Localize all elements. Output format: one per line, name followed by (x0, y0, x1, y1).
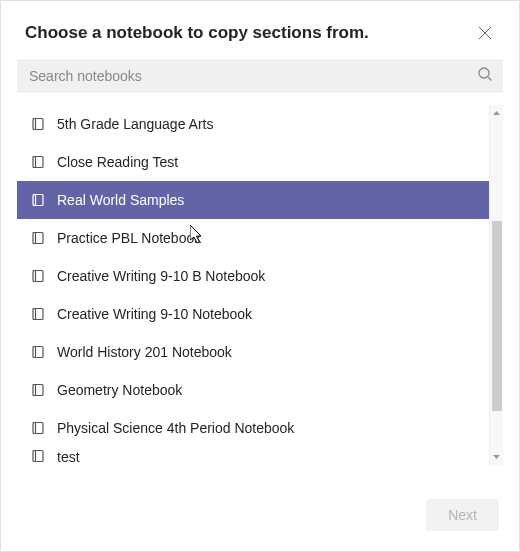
notebook-item[interactable]: Geometry Notebook (17, 371, 502, 409)
svg-rect-22 (33, 451, 43, 462)
notebook-item[interactable]: Real World Samples (17, 181, 502, 219)
scrollbar[interactable] (489, 105, 503, 465)
svg-rect-8 (33, 195, 43, 206)
scroll-thumb[interactable] (492, 221, 502, 411)
notebook-icon (31, 307, 45, 321)
notebook-icon (31, 269, 45, 283)
notebook-label: Creative Writing 9-10 B Notebook (57, 268, 265, 284)
notebook-item[interactable]: test (17, 447, 502, 465)
notebook-label: World History 201 Notebook (57, 344, 232, 360)
notebook-label: Geometry Notebook (57, 382, 182, 398)
svg-rect-16 (33, 347, 43, 358)
search-input[interactable] (17, 59, 503, 93)
svg-rect-10 (33, 233, 43, 244)
next-button[interactable]: Next (426, 499, 499, 531)
close-button[interactable] (475, 23, 495, 43)
notebook-icon (31, 421, 45, 435)
notebook-label: Physical Science 4th Period Notebook (57, 420, 294, 436)
notebook-label: Real World Samples (57, 192, 184, 208)
notebook-icon (31, 117, 45, 131)
notebook-icon (31, 383, 45, 397)
notebook-icon (31, 193, 45, 207)
svg-rect-4 (33, 119, 43, 130)
notebook-icon (31, 449, 45, 463)
notebook-icon (31, 345, 45, 359)
notebook-icon (31, 231, 45, 245)
notebook-item[interactable]: World History 201 Notebook (17, 333, 502, 371)
svg-rect-6 (33, 157, 43, 168)
notebook-item[interactable]: 5th Grade Language Arts (17, 105, 502, 143)
svg-rect-20 (33, 423, 43, 434)
dialog-title: Choose a notebook to copy sections from. (25, 23, 369, 43)
notebook-item[interactable]: Physical Science 4th Period Notebook (17, 409, 502, 447)
search-icon (477, 66, 493, 86)
svg-line-3 (488, 77, 492, 81)
notebook-label: test (57, 449, 80, 465)
notebook-item[interactable]: Close Reading Test (17, 143, 502, 181)
scroll-down-arrow[interactable] (490, 449, 503, 465)
close-icon (478, 26, 492, 40)
notebook-list: 5th Grade Language ArtsClose Reading Tes… (17, 105, 502, 465)
notebook-item[interactable]: Creative Writing 9-10 Notebook (17, 295, 502, 333)
notebook-label: 5th Grade Language Arts (57, 116, 213, 132)
notebook-item[interactable]: Creative Writing 9-10 B Notebook (17, 257, 502, 295)
svg-rect-12 (33, 271, 43, 282)
notebook-label: Practice PBL Notebook (57, 230, 201, 246)
notebook-label: Creative Writing 9-10 Notebook (57, 306, 252, 322)
scroll-up-arrow[interactable] (490, 105, 503, 121)
notebook-label: Close Reading Test (57, 154, 178, 170)
svg-rect-18 (33, 385, 43, 396)
svg-point-2 (479, 68, 489, 78)
svg-rect-14 (33, 309, 43, 320)
notebook-item[interactable]: Practice PBL Notebook (17, 219, 502, 257)
notebook-icon (31, 155, 45, 169)
